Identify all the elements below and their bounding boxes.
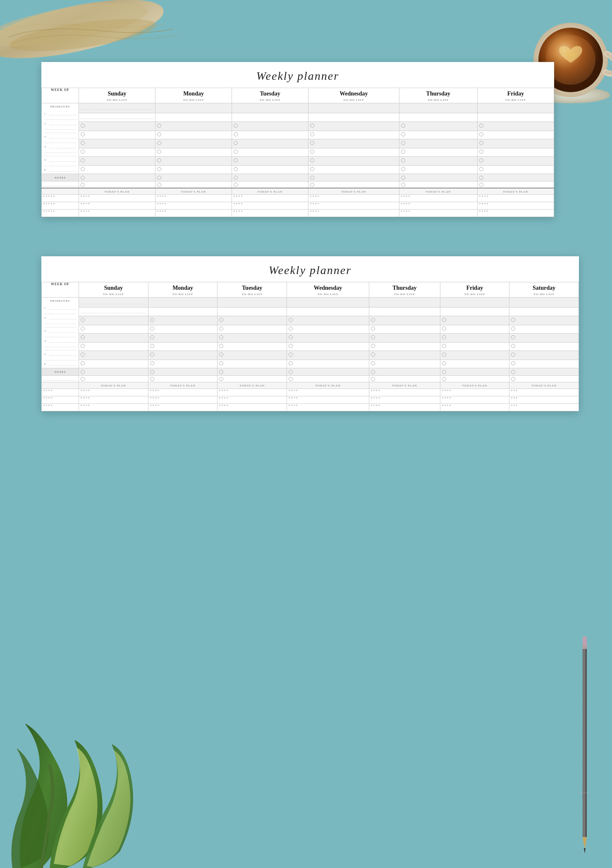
- day-tuesday-p2: Tuesday: [218, 282, 287, 292]
- day-wednesday-p1: Wednesday: [308, 88, 399, 98]
- planner-page-2: Weekly planner WEEK OF Sunday TO-DO LIST: [41, 256, 587, 411]
- day-thursday-p2: Thursday: [369, 282, 440, 292]
- todo-label-thu-p1: TO-DO LIST: [399, 98, 477, 103]
- priority-5-p1: 5: [43, 157, 78, 162]
- day-saturday-p2: Saturday: [509, 282, 579, 292]
- priority-6-p1: 6: [43, 167, 78, 172]
- plant-decoration: [0, 641, 165, 868]
- priorities-label-p1: PRIORITIES: [43, 105, 78, 108]
- svg-rect-9: [583, 649, 587, 837]
- notes-label-p1: NOTES: [55, 176, 66, 179]
- todo-label-fri-p1: TO-DO LIST: [478, 98, 554, 103]
- day-thursday-p1: Thursday: [399, 88, 477, 98]
- planner-page-1: Weekly planner WEEK OF Sunday TO-DO LIST: [41, 62, 587, 217]
- todo-label-mon-p1: TO-DO LIST: [155, 98, 232, 103]
- page1-title: Weekly planner: [41, 62, 554, 88]
- week-of-label-p2: WEEK OF: [42, 282, 79, 298]
- day-sunday-p1: Sunday: [79, 88, 155, 98]
- checkbox-p1[interactable]: [81, 124, 85, 128]
- day-monday-p1: Monday: [155, 88, 232, 98]
- svg-rect-7: [583, 637, 587, 647]
- priorities-label-p2: PRIORITIES: [43, 299, 78, 303]
- todo-label-wed-p1: TO-DO LIST: [308, 98, 399, 103]
- day-friday-p2: Friday: [440, 282, 509, 292]
- day-monday-p2: Monday: [148, 282, 218, 292]
- priority-1-p1: 1: [43, 111, 78, 116]
- svg-rect-8: [582, 646, 587, 649]
- page2-title: Weekly planner: [41, 256, 579, 282]
- svg-text:STAEDTLER: STAEDTLER: [579, 792, 590, 794]
- day-friday-p1: Friday: [478, 88, 554, 98]
- notes-label-p2: NOTES: [55, 370, 66, 374]
- priority-2-p1: 2: [43, 121, 78, 126]
- priority-4-p1: 4: [43, 144, 78, 149]
- day-wednesday-p2: Wednesday: [287, 282, 369, 292]
- day-sunday-p2: Sunday: [79, 282, 148, 292]
- week-of-label: WEEK OF: [42, 88, 79, 103]
- todays-plan-sun-p1: TODAY'S PLAN: [105, 190, 130, 193]
- priority-3-p1: 3: [43, 134, 78, 139]
- todo-label-sun-p1: TO-DO LIST: [79, 98, 155, 103]
- todo-label-tue-p1: TO-DO LIST: [232, 98, 308, 103]
- day-tuesday-p1: Tuesday: [232, 88, 308, 98]
- pencil-decoration: STAEDTLER: [579, 637, 590, 856]
